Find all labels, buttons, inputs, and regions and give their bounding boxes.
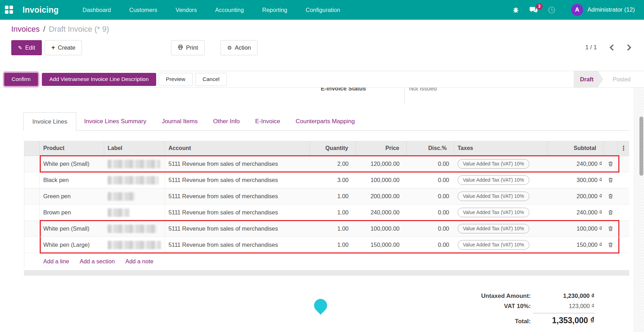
row-drag-handle[interactable] xyxy=(24,237,40,253)
delete-line-icon[interactable] xyxy=(604,156,618,172)
cell-label[interactable] xyxy=(104,237,165,253)
cell-label[interactable] xyxy=(104,221,165,237)
cell-price[interactable]: 120,000.00 xyxy=(356,156,407,172)
row-drag-handle[interactable] xyxy=(24,188,40,204)
cell-taxes[interactable]: Value Added Tax (VAT) 10% xyxy=(454,188,547,204)
cell-taxes[interactable]: Value Added Tax (VAT) 10% xyxy=(454,156,547,172)
tax-pill[interactable]: Value Added Tax (VAT) 10% xyxy=(458,192,529,201)
tab-other-info[interactable]: Other Info xyxy=(205,112,248,131)
cell-discount[interactable]: 0.00 xyxy=(407,172,454,188)
menu-item-dashboard[interactable]: Dashboard xyxy=(83,7,111,13)
invoice-line-row[interactable]: Brown pen5111 Revenue from sales of merc… xyxy=(24,205,629,221)
menu-item-accounting[interactable]: Accounting xyxy=(215,7,244,13)
delete-line-icon[interactable] xyxy=(604,221,618,237)
cell-product[interactable]: Black pen xyxy=(40,172,104,188)
cell-discount[interactable]: 0.00 xyxy=(407,188,454,204)
tab-invoice-lines-summary[interactable]: Invoice Lines Summary xyxy=(76,112,154,131)
column-options-kebab-icon[interactable]: ⋮ xyxy=(618,141,630,156)
vertical-scrollbar-thumb[interactable] xyxy=(639,117,643,176)
edit-button[interactable]: ✎ Edit xyxy=(11,40,42,55)
cell-taxes[interactable]: Value Added Tax (VAT) 10% xyxy=(454,172,547,188)
menu-item-configuration[interactable]: Configuration xyxy=(306,7,340,13)
activities-clock-icon[interactable] xyxy=(548,6,556,14)
cell-label[interactable] xyxy=(104,205,165,220)
row-drag-handle[interactable] xyxy=(24,205,40,220)
user-menu[interactable]: A Administrator (12) xyxy=(571,4,635,16)
action-button[interactable]: ⚙ Action xyxy=(221,40,257,55)
add-a-note-link[interactable]: Add a note xyxy=(125,258,153,265)
cell-quantity[interactable]: 2.00 xyxy=(310,156,356,172)
debug-bug-icon[interactable] xyxy=(512,6,519,14)
cell-account[interactable]: 5111 Revenue from sales of merchandises xyxy=(165,172,310,188)
cell-quantity[interactable]: 1.00 xyxy=(310,237,356,253)
confirm-button[interactable]: Confirm xyxy=(4,73,38,86)
header-quantity[interactable]: Quantity xyxy=(310,141,356,156)
cell-account[interactable]: 5111 Revenue from sales of merchandises xyxy=(165,156,310,172)
horizontal-scrollbar[interactable] xyxy=(24,270,629,276)
apps-menu-icon[interactable] xyxy=(5,6,13,14)
delete-line-icon[interactable] xyxy=(604,172,618,188)
cell-product[interactable]: Brown pen xyxy=(40,205,104,220)
print-button[interactable]: Print xyxy=(171,40,205,55)
pager-previous-icon[interactable] xyxy=(609,44,614,51)
cell-quantity[interactable]: 1.00 xyxy=(310,188,356,204)
invoice-line-row[interactable]: White pen (Large)5111 Revenue from sales… xyxy=(24,237,629,253)
tab-journal-items[interactable]: Journal Items xyxy=(154,112,205,131)
cell-account[interactable]: 5111 Revenue from sales of merchandises xyxy=(165,205,310,220)
cell-price[interactable]: 240,000.00 xyxy=(356,205,407,220)
row-drag-handle[interactable] xyxy=(24,156,40,172)
tab-e-invoice[interactable]: E-Invoice xyxy=(248,112,288,131)
cell-label[interactable] xyxy=(104,172,165,188)
header-product[interactable]: Product xyxy=(40,141,104,156)
tax-pill[interactable]: Value Added Tax (VAT) 10% xyxy=(458,175,529,185)
cell-taxes[interactable]: Value Added Tax (VAT) 10% xyxy=(454,237,547,253)
add-a-line-link[interactable]: Add a line xyxy=(43,258,69,265)
delete-line-icon[interactable] xyxy=(604,188,618,204)
cell-discount[interactable]: 0.00 xyxy=(407,205,454,220)
avatar[interactable]: A xyxy=(571,4,583,16)
create-button[interactable]: + Create xyxy=(45,40,82,55)
invoice-line-row[interactable]: White pen (Small)5111 Revenue from sales… xyxy=(24,156,629,172)
cell-product[interactable]: Green pen xyxy=(40,188,104,204)
cell-discount[interactable]: 0.00 xyxy=(407,237,454,253)
cell-price[interactable]: 100,000.00 xyxy=(356,221,407,237)
cell-quantity[interactable]: 3.00 xyxy=(310,172,356,188)
cell-price[interactable]: 200,000.00 xyxy=(356,188,407,204)
preview-button[interactable]: Preview xyxy=(159,73,193,86)
cell-product[interactable]: White pen (Small) xyxy=(40,156,104,172)
cell-discount[interactable]: 0.00 xyxy=(407,156,454,172)
header-discount[interactable]: Disc.% xyxy=(407,141,454,156)
header-taxes[interactable]: Taxes xyxy=(454,141,547,156)
menu-item-vendors[interactable]: Vendors xyxy=(176,7,197,13)
cell-account[interactable]: 5111 Revenue from sales of merchandises xyxy=(165,188,310,204)
add-a-section-link[interactable]: Add a section xyxy=(79,258,115,265)
header-subtotal[interactable]: Subtotal xyxy=(547,141,604,156)
tab-invoice-lines[interactable]: Invoice Lines xyxy=(23,112,76,131)
cell-quantity[interactable]: 1.00 xyxy=(310,221,356,237)
tax-pill[interactable]: Value Added Tax (VAT) 10% xyxy=(458,240,529,250)
header-account[interactable]: Account xyxy=(165,141,310,156)
invoice-line-row[interactable]: Black pen5111 Revenue from sales of merc… xyxy=(24,172,629,188)
breadcrumb-invoices-link[interactable]: Invoices xyxy=(11,25,40,34)
tax-pill[interactable]: Value Added Tax (VAT) 10% xyxy=(458,159,529,169)
cell-product[interactable]: White pen (Large) xyxy=(40,237,104,253)
menu-item-reporting[interactable]: Reporting xyxy=(262,7,287,13)
cell-product[interactable]: White pen (Small) xyxy=(40,221,104,237)
delete-line-icon[interactable] xyxy=(604,205,618,220)
row-drag-handle[interactable] xyxy=(24,221,40,237)
status-posted[interactable]: Posted xyxy=(611,71,633,87)
cell-price[interactable]: 150,000.00 xyxy=(356,237,407,253)
tab-counterparts-mapping[interactable]: Counterparts Mapping xyxy=(288,112,362,131)
tax-pill[interactable]: Value Added Tax (VAT) 10% xyxy=(458,224,529,233)
cell-taxes[interactable]: Value Added Tax (VAT) 10% xyxy=(454,221,547,237)
cell-account[interactable]: 5111 Revenue from sales of merchandises xyxy=(165,221,310,237)
vertical-scrollbar-track[interactable] xyxy=(634,88,644,332)
cancel-button[interactable]: Cancel xyxy=(195,73,227,86)
messages-icon[interactable]: 3 xyxy=(529,6,538,14)
cell-quantity[interactable]: 1.00 xyxy=(310,205,356,220)
cell-account[interactable]: 5111 Revenue from sales of merchandises xyxy=(165,237,310,253)
add-vietnamese-description-button[interactable]: Add Vietnamese Invoice Line Description xyxy=(42,73,156,86)
menu-item-customers[interactable]: Customers xyxy=(129,7,158,13)
tax-pill[interactable]: Value Added Tax (VAT) 10% xyxy=(458,208,529,217)
header-label[interactable]: Label xyxy=(104,141,165,156)
